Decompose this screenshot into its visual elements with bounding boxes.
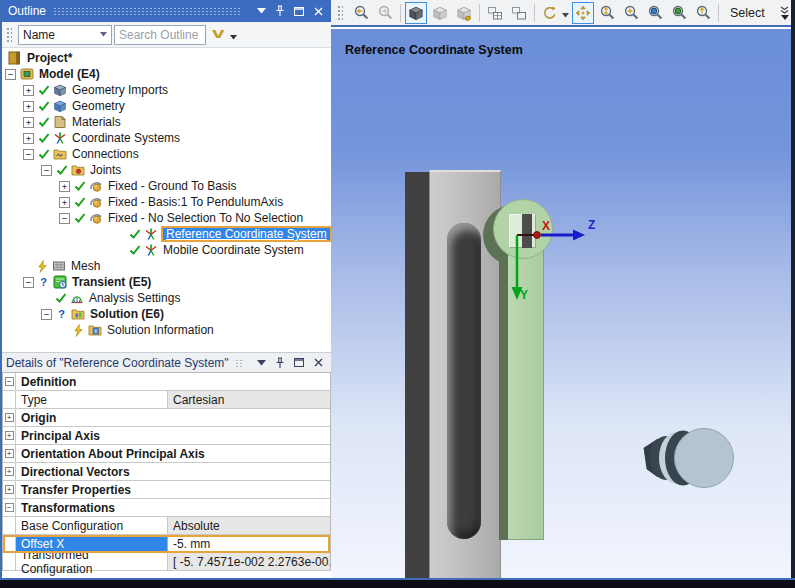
tree-item[interactable]: +Fixed - Basis:1 To PendulumAxis — [2, 194, 331, 210]
tree-expander-icon[interactable]: + — [23, 133, 34, 144]
wireframe-button[interactable] — [429, 2, 451, 24]
details-property-value[interactable]: Cartesian — [168, 391, 330, 408]
collapse-icon[interactable] — [254, 4, 268, 18]
tree-item[interactable]: Reference Coordinate System — [2, 226, 331, 242]
tree-expander-icon[interactable]: − — [23, 149, 34, 160]
viewports-layout-button[interactable] — [484, 2, 506, 24]
collapse-icon[interactable] — [254, 356, 268, 370]
magnifier-button[interactable] — [692, 2, 714, 24]
tree-item[interactable]: Analysis Settings — [2, 290, 331, 306]
tree-item-label[interactable]: Transient (E5) — [70, 275, 153, 289]
tree-item-label[interactable]: Geometry — [70, 99, 127, 113]
tree-item[interactable]: −Connections — [2, 146, 331, 162]
tree-expander-icon[interactable]: − — [41, 165, 52, 176]
zoom-button[interactable] — [596, 2, 618, 24]
pendulum-axis-cylinder-body[interactable] — [636, 422, 751, 497]
shaded-exterior-button[interactable] — [405, 2, 427, 24]
drag-handle-icon[interactable] — [337, 5, 343, 21]
tree-item-label[interactable]: Materials — [70, 115, 123, 129]
3d-viewport[interactable]: Reference Coordinate System X Z Y — [331, 29, 795, 580]
tree-item-label[interactable]: Model (E4) — [37, 67, 102, 81]
viewports-split-button[interactable] — [508, 2, 530, 24]
tree-item[interactable]: +Materials — [2, 114, 331, 130]
details-expander-icon[interactable]: + — [5, 413, 14, 422]
tree-item[interactable]: −Joints — [2, 162, 331, 178]
details-section-label[interactable]: Directional Vectors — [16, 463, 330, 480]
tree-expander-icon[interactable]: + — [59, 181, 70, 192]
select-mode-label[interactable]: Select — [730, 6, 765, 20]
tree-item-label[interactable]: Coordinate Systems — [70, 131, 182, 145]
tree-item[interactable]: +Geometry Imports — [2, 82, 331, 98]
tree-item-label[interactable]: Solution (E6) — [88, 307, 166, 321]
tree-item-label[interactable]: Fixed - Ground To Basis — [106, 179, 239, 193]
pin-icon[interactable] — [273, 356, 287, 370]
tree-expander-icon[interactable]: − — [59, 213, 70, 224]
tree-item[interactable]: −Model (E4) — [2, 66, 331, 82]
details-expander-icon[interactable]: + — [5, 431, 14, 440]
basis-body-side-face[interactable] — [405, 172, 429, 580]
rotate-button[interactable] — [539, 2, 561, 24]
details-section-label[interactable]: Origin — [16, 409, 330, 426]
tree-item-label[interactable]: Fixed - Basis:1 To PendulumAxis — [106, 195, 285, 209]
toolbar-overflow-button[interactable] — [780, 6, 789, 20]
tree-item-label[interactable]: Mobile Coordinate System — [161, 243, 306, 257]
zoom-capped-button[interactable] — [668, 2, 690, 24]
details-property-value[interactable]: Absolute — [168, 517, 330, 534]
details-expander-icon[interactable]: + — [5, 485, 14, 494]
filter-expand-icon[interactable]: v — [212, 24, 225, 41]
tree-item-label[interactable]: Joints — [88, 163, 123, 177]
tree-item-label[interactable]: Solution Information — [105, 323, 216, 337]
tree-item-label[interactable]: Analysis Settings — [87, 291, 182, 305]
tree-item[interactable]: Mesh — [2, 258, 331, 274]
details-expander-icon[interactable]: + — [5, 467, 14, 476]
filter-menu-caret-icon[interactable] — [230, 35, 237, 40]
tree-expander-icon[interactable]: − — [23, 277, 34, 288]
details-section-label[interactable]: Transfer Properties — [16, 481, 330, 498]
show-mesh-button[interactable] — [453, 2, 475, 24]
tree-expander-icon[interactable]: + — [23, 117, 34, 128]
zoom-fit-button[interactable] — [644, 2, 666, 24]
close-icon[interactable] — [311, 356, 325, 370]
tree-item[interactable]: −?Transient (E5) — [2, 274, 331, 290]
details-section-label[interactable]: Orientation About Principal Axis — [16, 445, 330, 462]
tree-item[interactable]: iSolution Information — [2, 322, 331, 338]
details-expander-icon[interactable]: − — [5, 503, 14, 512]
details-section-label[interactable]: Definition — [16, 373, 330, 390]
dropdown-caret-icon[interactable] — [562, 13, 569, 18]
pin-icon[interactable] — [273, 4, 287, 18]
basis-slot-hole[interactable] — [447, 223, 481, 539]
tree-item-label[interactable]: Reference Coordinate System — [161, 226, 331, 242]
details-expander-icon[interactable]: − — [5, 377, 14, 386]
tree-expander-icon[interactable]: − — [5, 69, 16, 80]
tree-item-label[interactable]: Connections — [70, 147, 141, 161]
zoom-next-button[interactable] — [374, 2, 396, 24]
details-section-label[interactable]: Principal Axis — [16, 427, 330, 444]
tree-item-label[interactable]: Geometry Imports — [70, 83, 170, 97]
maximize-icon[interactable] — [292, 356, 306, 370]
tree-expander-icon[interactable]: + — [23, 85, 34, 96]
filter-type-select[interactable]: Name — [18, 25, 112, 45]
tree-expander-icon[interactable]: + — [23, 101, 34, 112]
tree-item-label[interactable]: Mesh — [69, 259, 102, 273]
box-zoom-button[interactable] — [620, 2, 642, 24]
tree-item[interactable]: Project* — [2, 50, 331, 66]
search-input[interactable] — [114, 25, 206, 45]
tree-item[interactable]: Mobile Coordinate System — [2, 242, 331, 258]
tree-item-label[interactable]: Project* — [25, 51, 74, 65]
tree-item[interactable]: −?Solution (E6) — [2, 306, 331, 322]
tree-item-label[interactable]: Fixed - No Selection To No Selection — [106, 211, 305, 225]
tree-item[interactable]: +Coordinate Systems — [2, 130, 331, 146]
details-expander-icon[interactable]: + — [5, 449, 14, 458]
tree-expander-icon[interactable]: − — [41, 309, 52, 320]
drag-handle-icon[interactable] — [6, 27, 12, 43]
zoom-back-button[interactable] — [350, 2, 372, 24]
pan-button[interactable] — [572, 2, 594, 24]
tree-item[interactable]: +Fixed - Ground To Basis — [2, 178, 331, 194]
details-property-value[interactable]: -5. mm — [168, 535, 330, 552]
maximize-icon[interactable] — [292, 4, 306, 18]
details-section-label[interactable]: Transformations — [16, 499, 330, 516]
tree-item[interactable]: +Geometry — [2, 98, 331, 114]
close-icon[interactable] — [311, 4, 325, 18]
tree-expander-icon[interactable]: + — [59, 197, 70, 208]
details-property-value[interactable]: [ -5. 7.4571e-002 2.2763e-00... — [168, 553, 330, 570]
